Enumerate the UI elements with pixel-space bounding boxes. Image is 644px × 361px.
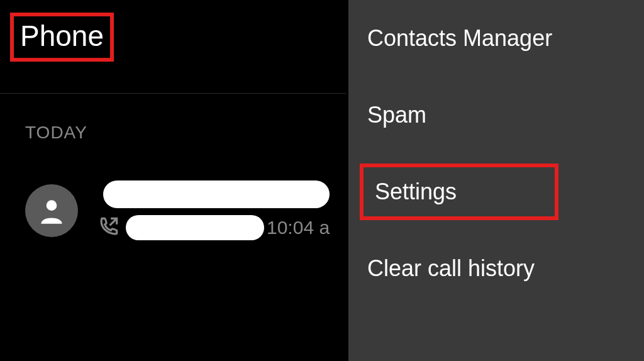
redacted-contact-name [103, 181, 330, 208]
overflow-menu: Contacts Manager Spam Settings Clear cal… [348, 0, 644, 361]
person-icon [36, 195, 67, 226]
outgoing-call-icon [97, 214, 121, 241]
menu-item-contacts-manager[interactable]: Contacts Manager [348, 0, 644, 77]
call-time: 10:04 a [267, 217, 330, 238]
svg-point-0 [47, 200, 57, 211]
menu-item-clear-call-history[interactable]: Clear call history [348, 230, 644, 307]
redacted-phone-number [126, 215, 264, 240]
settings-highlight-box: Settings [348, 153, 644, 230]
menu-item-spam[interactable]: Spam [348, 77, 644, 153]
title-highlight-box: Phone [10, 13, 114, 62]
contact-avatar [25, 184, 78, 237]
menu-item-settings[interactable]: Settings [360, 164, 558, 220]
app-title: Phone [20, 19, 104, 53]
